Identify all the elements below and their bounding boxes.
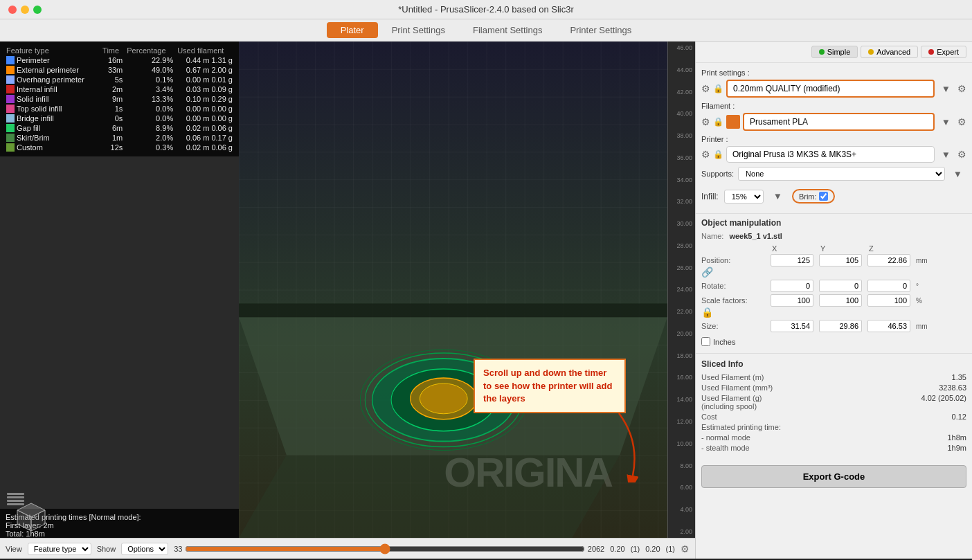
view-label: View: [6, 545, 22, 553]
position-y-input[interactable]: [819, 254, 862, 267]
supports-dropdown[interactable]: ▼: [949, 168, 966, 181]
3d-canvas[interactable]: ORIGINA Scroll up and down the timer to …: [239, 42, 667, 538]
print-settings-gear[interactable]: ⚙: [701, 83, 710, 94]
scale-label: 30.00: [668, 220, 695, 227]
scale-label: 16.00: [668, 374, 695, 381]
brim-checkbox[interactable]: [819, 192, 828, 201]
tab-plater[interactable]: Plater: [327, 22, 378, 38]
svg-rect-17: [7, 503, 24, 505]
minimize-button[interactable]: [21, 6, 29, 14]
right-panel: Simple Advanced Expert Print settings : …: [695, 42, 972, 559]
size-x-input[interactable]: [771, 320, 813, 332]
filament-gear[interactable]: ⚙: [701, 116, 710, 127]
viewport-area[interactable]: Feature type Time Percentage Used filame…: [0, 42, 695, 559]
mode-expert-button[interactable]: Expert: [921, 46, 966, 58]
settings-icon[interactable]: ⚙: [681, 543, 690, 554]
used-filament-m-val: 1.35: [952, 373, 966, 381]
view-cube[interactable]: [7, 489, 55, 531]
scale-z-input[interactable]: [867, 294, 910, 307]
settings-section: Print settings : ⚙ 🔒 ▼ ⚙ Filament : ⚙ 🔒 …: [696, 63, 972, 213]
normal-mode-val: 1h8m: [947, 433, 966, 442]
supports-select[interactable]: None: [738, 167, 945, 181]
table-row: Overhang perimeter 5s 0.1% 0.00 m 0.01 g: [4, 75, 235, 84]
options-select[interactable]: Options: [121, 543, 168, 555]
feature-type-select[interactable]: Feature type: [28, 543, 91, 555]
infill-dropdown[interactable]: ▼: [769, 190, 786, 203]
position-z-input[interactable]: [867, 254, 910, 267]
tab-printer-settings[interactable]: Printer Settings: [556, 22, 645, 38]
scroll-tooltip: Scroll up and down the timer to see how …: [474, 359, 626, 413]
feature-table: Feature type Time Percentage Used filame…: [4, 46, 235, 152]
rotate-x-input[interactable]: [771, 280, 813, 292]
main-layout: Feature type Time Percentage Used filame…: [0, 42, 972, 559]
sliced-info-title: Sliced Info: [701, 359, 966, 369]
simple-label: Simple: [827, 48, 851, 56]
size-label: Size:: [701, 322, 771, 330]
brim-check-area[interactable]: Brim:: [792, 189, 835, 204]
scale-label: 20.00: [668, 330, 695, 337]
brim-label: Brim:: [799, 192, 817, 201]
rotate-y-input[interactable]: [819, 280, 862, 292]
supports-label: Supports:: [701, 170, 734, 178]
rotate-z-input[interactable]: [867, 280, 910, 292]
printer-edit[interactable]: ⚙: [957, 149, 966, 160]
scale-label: 44.00: [668, 66, 695, 73]
position-x-input[interactable]: [771, 254, 813, 267]
top-navigation: Plater Print Settings Filament Settings …: [0, 19, 972, 42]
scale-label: 42.00: [668, 89, 695, 96]
printer-input[interactable]: [726, 146, 935, 163]
table-row: Solid infill 9m 13.3% 0.10 m 0.29 g: [4, 94, 235, 104]
filament-color-swatch[interactable]: [726, 115, 740, 129]
printer-dropdown-arrow[interactable]: ▼: [937, 148, 955, 161]
scale-label: 4.00: [668, 506, 695, 513]
cost-val: 0.12: [952, 413, 966, 421]
sliced-info-section: Sliced Info Used Filament (m) 1.35 Used …: [696, 353, 972, 460]
maximize-button[interactable]: [33, 6, 42, 14]
inches-row: Inches: [701, 334, 966, 349]
layer-slider[interactable]: [185, 543, 584, 554]
size-z-input[interactable]: [867, 320, 910, 332]
window-title: *Untitled - PrusaSlicer-2.4.0 based on S…: [398, 4, 574, 15]
inches-checkbox[interactable]: [701, 337, 710, 346]
mode-advanced-button[interactable]: Advanced: [861, 46, 918, 58]
print-settings-edit[interactable]: ⚙: [957, 83, 966, 94]
brand-watermark: ORIGINA: [444, 449, 612, 496]
printer-row: ⚙ 🔒 ▼ ⚙: [701, 146, 966, 163]
print-settings-input[interactable]: [726, 80, 935, 98]
table-row: Custom 12s 0.3% 0.02 m 0.06 g: [4, 143, 235, 152]
size-y-input[interactable]: [819, 320, 862, 332]
close-button[interactable]: [8, 6, 17, 14]
used-filament-g-val: 4.02 (205.02): [921, 394, 966, 410]
link-icon: 🔗: [701, 267, 771, 278]
export-gcode-button[interactable]: Export G-code: [701, 465, 966, 488]
filament-edit[interactable]: ⚙: [957, 116, 966, 127]
filament-dropdown-arrow[interactable]: ▼: [937, 116, 955, 129]
scale-label: 14.00: [668, 396, 695, 403]
infill-select[interactable]: 15%: [724, 190, 764, 204]
tooltip-arrow: [591, 413, 647, 482]
scale-label: 28.00: [668, 242, 695, 249]
object-manip-title: Object manipulation: [701, 218, 966, 228]
scale-x-input[interactable]: [771, 294, 813, 307]
name-label: Name:: [701, 232, 723, 240]
print-settings-dropdown-arrow[interactable]: ▼: [937, 82, 955, 96]
rotate-unit: °: [916, 282, 937, 290]
object-name-row: Name: week5_1 v1.stl: [701, 232, 966, 240]
object-manipulation-section: Object manipulation Name: week5_1 v1.stl…: [696, 213, 972, 353]
tab-print-settings[interactable]: Print Settings: [378, 22, 459, 38]
size-unit: mm: [916, 323, 937, 330]
layer-slider-area[interactable]: 33 2062: [174, 543, 604, 554]
infill-label: Infill:: [701, 192, 719, 201]
scale-y-input[interactable]: [819, 294, 862, 307]
filament-input[interactable]: [743, 113, 935, 131]
print-settings-label: Print settings :: [701, 69, 966, 77]
tab-filament-settings[interactable]: Filament Settings: [459, 22, 556, 38]
table-row: Perimeter 16m 22.9% 0.44 m 1.31 g: [4, 55, 235, 65]
scale-label: 46.00: [668, 44, 695, 51]
bottom-right-d: (1): [666, 545, 675, 553]
printer-gear[interactable]: ⚙: [701, 149, 710, 160]
window-controls[interactable]: [8, 6, 42, 14]
bottom-toolbar: View Feature type Show Options 33 2062 0…: [0, 538, 695, 559]
mode-simple-button[interactable]: Simple: [811, 46, 858, 58]
col-used-filament: Used filament: [175, 46, 235, 55]
